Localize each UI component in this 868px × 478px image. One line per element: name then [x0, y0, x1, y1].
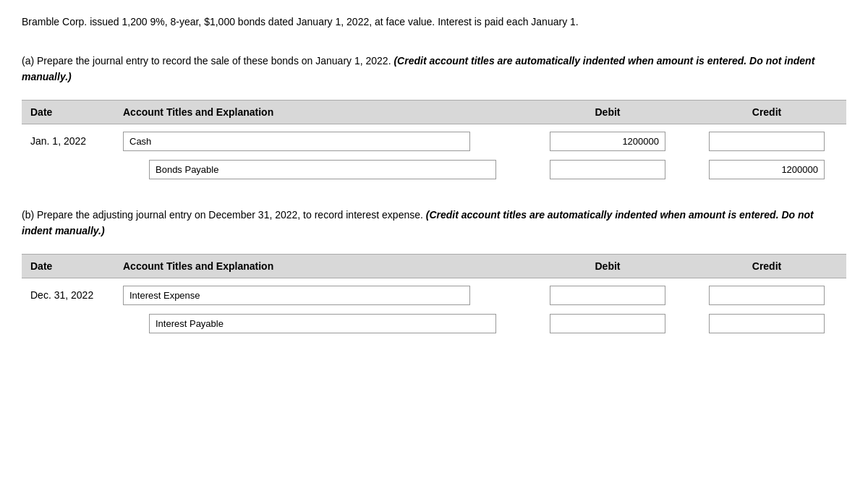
credit-input-a1[interactable] [709, 132, 825, 151]
credit-input-b2[interactable] [709, 314, 825, 333]
entry-credit-b1 [687, 286, 846, 305]
credit-input-a2[interactable] [709, 160, 825, 179]
entry-account-b2 [123, 314, 528, 333]
entry-date-b1: Dec. 31, 2022 [22, 289, 123, 301]
debit-input-b2[interactable] [550, 314, 665, 333]
entry-debit-b1 [528, 286, 687, 305]
debit-input-a2[interactable] [550, 160, 665, 179]
account-input-a2[interactable] [149, 160, 496, 179]
debit-input-b1[interactable] [550, 286, 665, 305]
entry-credit-b2 [687, 314, 846, 333]
part-a-table: Date Account Titles and Explanation Debi… [22, 100, 846, 184]
header-account-a: Account Titles and Explanation [123, 106, 528, 118]
account-input-a1[interactable] [123, 132, 470, 151]
part-b-table-header: Date Account Titles and Explanation Debi… [22, 254, 846, 278]
account-input-b2[interactable] [149, 314, 496, 333]
part-b-label: (b) Prepare the adjusting journal entry … [22, 209, 423, 221]
header-debit-a: Debit [528, 106, 687, 118]
table-row [22, 155, 846, 184]
header-date-b: Date [22, 260, 123, 272]
part-b-table: Date Account Titles and Explanation Debi… [22, 254, 846, 338]
part-a-table-header: Date Account Titles and Explanation Debi… [22, 100, 846, 124]
debit-input-a1[interactable] [550, 132, 665, 151]
table-row: Jan. 1, 2022 [22, 127, 846, 155]
credit-input-b1[interactable] [709, 286, 825, 305]
part-a-instruction: (a) Prepare the journal entry to record … [22, 53, 846, 85]
part-b-instruction: (b) Prepare the adjusting journal entry … [22, 207, 846, 239]
header-credit-b: Credit [687, 260, 846, 272]
header-date-a: Date [22, 106, 123, 118]
entry-debit-b2 [528, 314, 687, 333]
part-a-label: (a) Prepare the journal entry to record … [22, 55, 391, 67]
header-credit-a: Credit [687, 106, 846, 118]
entry-debit-a1 [528, 132, 687, 151]
entry-credit-a2 [687, 160, 846, 179]
header-debit-b: Debit [528, 260, 687, 272]
intro-text: Bramble Corp. issued 1,200 9%, 8-year, $… [22, 14, 846, 30]
entry-account-a2 [123, 160, 528, 179]
table-row: Dec. 31, 2022 [22, 281, 846, 310]
entry-account-b1 [123, 286, 528, 305]
entry-credit-a1 [687, 132, 846, 151]
table-row [22, 310, 846, 338]
header-account-b: Account Titles and Explanation [123, 260, 528, 272]
account-input-b1[interactable] [123, 286, 470, 305]
entry-debit-a2 [528, 160, 687, 179]
entry-account-a1 [123, 132, 528, 151]
entry-date-a1: Jan. 1, 2022 [22, 135, 123, 147]
